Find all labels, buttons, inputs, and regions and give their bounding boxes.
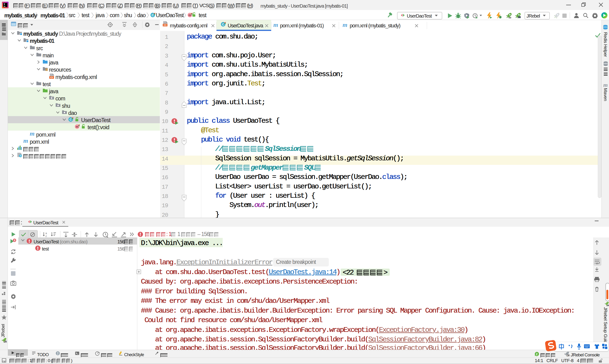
svg-text:m: m	[76, 125, 78, 129]
svg-text:a: a	[45, 232, 47, 234]
svg-text:JR: JR	[4, 340, 7, 343]
svg-text:<>: <>	[50, 76, 53, 79]
svg-text:JR: JR	[567, 354, 570, 357]
svg-text:9: 9	[14, 239, 15, 242]
svg-text:C: C	[69, 118, 72, 121]
svg-text:C: C	[152, 13, 154, 17]
svg-text:2: 2	[536, 352, 537, 356]
svg-text:C: C	[222, 23, 224, 26]
svg-text:m: m	[188, 13, 191, 17]
svg-text:<>: <>	[164, 24, 167, 27]
svg-text:JR: JR	[606, 304, 609, 306]
svg-text:z: z	[45, 234, 47, 237]
